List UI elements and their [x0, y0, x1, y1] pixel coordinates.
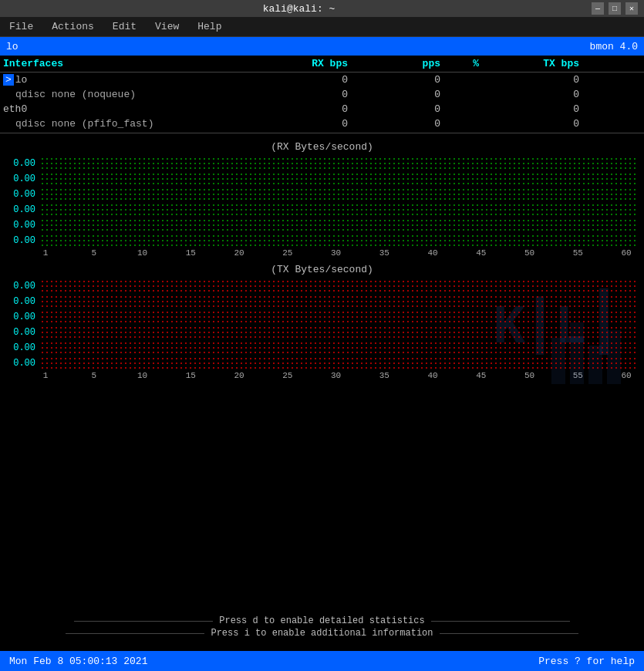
table-separator: [0, 133, 644, 133]
status-bar: Mon Feb 8 05:00:13 2021 Press ? for help: [0, 651, 644, 671]
hint-text-1: Press d to enable detailed statistics: [219, 615, 424, 626]
rx-chart-section: (RX Bytes/second) 0.000.000.000.000.000.…: [0, 135, 644, 261]
minimize-button[interactable]: —: [592, 2, 604, 15]
col-rx-bps: RX bps: [251, 57, 351, 70]
rx-x-label: 35: [373, 248, 396, 258]
tx-chart-row: 0.00: [6, 340, 638, 356]
rx-chart-rows: 0.000.000.000.000.000.00: [0, 156, 644, 248]
hint-line-left-2: [66, 633, 204, 634]
rx-y-label: 0.00: [6, 204, 40, 215]
rx-dots: [40, 158, 638, 169]
table-row: eth00000: [0, 102, 644, 116]
tx-x-axis: 151015202530354045505560: [0, 371, 644, 380]
row-value: 0: [482, 88, 582, 101]
tx-dots: [40, 358, 638, 369]
tx-x-label: 45: [470, 371, 493, 380]
rx-x-label: 55: [566, 248, 589, 258]
hint-text-2: Press i to enable additional information: [211, 628, 433, 639]
rx-x-label: 15: [179, 248, 202, 258]
row-value: 0: [482, 117, 582, 130]
tx-x-label: 55: [566, 371, 589, 380]
row-value: 0: [351, 117, 443, 130]
hint-line-left-1: [74, 621, 213, 622]
tx-dots: [40, 342, 638, 353]
row-value: 0: [482, 103, 582, 116]
menu-file[interactable]: File: [6, 21, 36, 32]
rx-y-label: 0.00: [6, 220, 40, 231]
rx-dots: [40, 235, 638, 246]
rx-y-label: 0.00: [6, 235, 40, 246]
tx-y-label: 0.00: [6, 358, 40, 369]
interface-header: lo bmon 4.0: [0, 37, 644, 56]
hint-line-right-1: [431, 621, 570, 622]
maximize-button[interactable]: □: [609, 2, 621, 15]
tx-chart-rows: K|L| 0.000.000.000.000.000.00: [0, 278, 644, 371]
tx-dots: [40, 281, 638, 292]
tx-y-label: 0.00: [6, 281, 40, 292]
app-version: bmon 4.0: [590, 41, 638, 52]
row-value: 0: [582, 103, 644, 116]
menu-help[interactable]: Help: [194, 21, 224, 32]
col-interfaces: Interfaces: [0, 57, 251, 70]
tx-y-label: 0.00: [6, 327, 40, 338]
col-tx-pps: pps: [582, 57, 644, 70]
row-value: 0: [351, 73, 443, 86]
row-value: 0: [482, 73, 582, 86]
tx-chart-row: 0.00: [6, 294, 638, 309]
row-value: [443, 73, 482, 86]
table-row: qdisc none (noqueue)0000: [0, 87, 644, 102]
table-row: >lo0000: [0, 72, 644, 87]
rx-chart-row: 0.00: [6, 156, 638, 171]
rx-y-label: 0.00: [6, 174, 40, 184]
status-datetime: Mon Feb 8 05:00:13 2021: [9, 656, 147, 667]
row-value: 0: [582, 73, 644, 86]
table-rows: >lo0000qdisc none (noqueue)0000eth00000q…: [0, 72, 644, 131]
rx-x-label: 60: [615, 248, 638, 258]
row-name: >lo: [0, 73, 251, 86]
col-rx-pct: %: [443, 57, 482, 70]
rx-dots: [40, 189, 638, 200]
hint-line-right-2: [440, 633, 578, 634]
selected-interface: lo: [6, 41, 19, 52]
menu-edit[interactable]: Edit: [110, 21, 140, 32]
rx-chart-row: 0.00: [6, 233, 638, 248]
row-value: 0: [351, 103, 443, 116]
col-tx-bps: TX bps: [482, 57, 582, 70]
close-button[interactable]: ✕: [625, 2, 638, 15]
bottom-hints: Press d to enable detailed statistics Pr…: [0, 615, 644, 639]
rx-x-label: 45: [470, 248, 493, 258]
rx-x-label: 10: [131, 248, 154, 258]
row-value: [443, 103, 482, 116]
rx-dots: [40, 204, 638, 215]
tx-x-label: 50: [518, 371, 541, 380]
rx-y-label: 0.00: [6, 158, 40, 169]
rx-chart-row: 0.00: [6, 187, 638, 202]
rx-chart-row: 0.00: [6, 171, 638, 187]
tx-dots: [40, 327, 638, 338]
tx-x-label: 15: [179, 371, 202, 380]
rx-dots: [40, 174, 638, 184]
rx-chart-title: (RX Bytes/second): [0, 141, 644, 153]
rx-x-axis: 151015202530354045505560: [0, 248, 644, 258]
rx-x-label: 25: [276, 248, 299, 258]
menu-actions[interactable]: Actions: [49, 21, 97, 32]
tx-x-label: 35: [373, 371, 396, 380]
table-row: qdisc none (pfifo_fast)0000: [0, 116, 644, 131]
tx-y-label: 0.00: [6, 342, 40, 353]
tx-x-label: 1: [34, 371, 57, 380]
tx-x-label: 5: [83, 371, 106, 380]
menu-view[interactable]: View: [152, 21, 182, 32]
tx-chart-row: 0.00: [6, 278, 638, 294]
rx-y-label: 0.00: [6, 189, 40, 200]
rx-x-label: 5: [83, 248, 106, 258]
tx-y-label: 0.00: [6, 296, 40, 307]
tx-x-label: 60: [615, 371, 638, 380]
hint-2: Press i to enable additional information: [66, 628, 578, 639]
tx-x-label: 10: [131, 371, 154, 380]
row-name: eth0: [0, 103, 251, 116]
rx-chart-row: 0.00: [6, 217, 638, 233]
menu-bar: File Actions Edit View Help: [0, 17, 644, 37]
row-value: 0: [251, 117, 351, 130]
rx-x-label: 20: [228, 248, 251, 258]
rx-x-label: 1: [34, 248, 57, 258]
